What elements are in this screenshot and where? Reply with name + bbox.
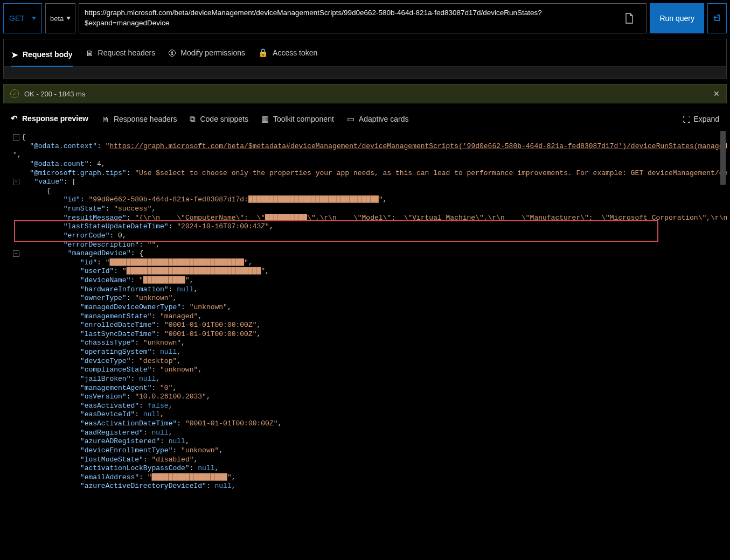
tab-access-token[interactable]: 🔒 Access token bbox=[258, 45, 317, 61]
code-icon: ⧉ bbox=[190, 114, 196, 124]
api-version-select[interactable]: beta bbox=[45, 3, 75, 33]
response-panel: ↶ Response preview 🗎 Response headers ⧉ … bbox=[3, 108, 727, 534]
tab-code-snippets[interactable]: ⧉ Code snippets bbox=[190, 114, 248, 124]
status-bar: ✓ OK - 200 - 1843 ms ✕ bbox=[3, 84, 727, 103]
chevron-down-icon bbox=[32, 17, 36, 20]
response-json-viewer[interactable]: −{ "@odata.context": "https://graph.micr… bbox=[3, 130, 727, 534]
tab-adaptive-cards[interactable]: ▭ Adaptive cards bbox=[347, 114, 409, 124]
chevron-down-icon bbox=[66, 17, 71, 20]
url-text: https://graph.microsoft.com/beta/deviceM… bbox=[85, 8, 618, 29]
document-icon: 🗎 bbox=[86, 48, 94, 58]
undo-icon: ↶ bbox=[11, 114, 18, 123]
status-text: OK - 200 - 1843 ms bbox=[24, 90, 85, 98]
tab-response-preview[interactable]: ↶ Response preview bbox=[11, 114, 88, 131]
tab-modify-permissions[interactable]: 🛈 Modify permissions bbox=[168, 45, 245, 61]
lock-icon: 🔒 bbox=[258, 48, 268, 58]
close-icon[interactable]: ✕ bbox=[713, 89, 720, 98]
http-method-select[interactable]: GET bbox=[3, 3, 42, 33]
tab-request-headers[interactable]: 🗎 Request headers bbox=[86, 45, 156, 61]
expand-button[interactable]: ⛶ Expand bbox=[683, 115, 719, 124]
url-input[interactable]: https://graph.microsoft.com/beta/deviceM… bbox=[79, 3, 646, 33]
http-method-label: GET bbox=[9, 14, 25, 23]
run-query-label: Run query bbox=[659, 14, 694, 23]
toolkit-icon: ▦ bbox=[261, 114, 269, 124]
run-query-button[interactable]: Run query bbox=[650, 3, 704, 33]
tab-response-headers[interactable]: 🗎 Response headers bbox=[101, 115, 177, 124]
document-icon: 🗎 bbox=[101, 115, 109, 124]
send-icon: ➤ bbox=[11, 50, 18, 60]
tab-request-body[interactable]: ➤ Request body bbox=[11, 46, 73, 67]
expand-icon: ⛶ bbox=[683, 115, 691, 124]
share-button[interactable] bbox=[707, 3, 727, 33]
key-icon: 🛈 bbox=[168, 48, 176, 58]
success-icon: ✓ bbox=[10, 89, 19, 98]
tab-toolkit-component[interactable]: ▦ Toolkit component bbox=[261, 114, 334, 124]
vertical-scrollbar[interactable] bbox=[720, 131, 726, 185]
document-icon[interactable] bbox=[618, 13, 641, 24]
request-panel: ➤ Request body 🗎 Request headers 🛈 Modif… bbox=[3, 39, 727, 79]
request-body-editor[interactable] bbox=[4, 66, 726, 78]
api-version-label: beta bbox=[50, 15, 64, 23]
cards-icon: ▭ bbox=[347, 114, 354, 124]
